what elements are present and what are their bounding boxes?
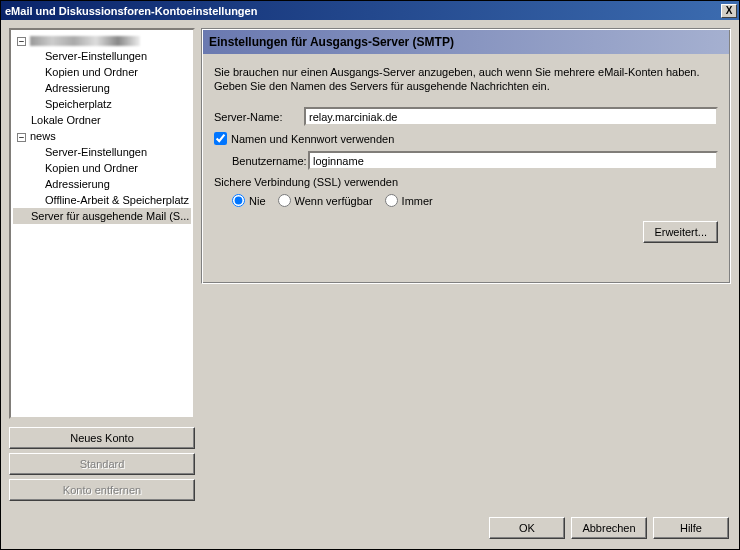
panel-body: Sie brauchen nur einen Ausgangs-Server a… [202,55,730,253]
window-title: eMail und Diskussionsforen-Kontoeinstell… [3,5,721,17]
username-label: Benutzername: [214,155,308,167]
server-name-input[interactable] [304,107,718,126]
sidebar-buttons: Neues Konto Standard Konto entfernen [9,427,195,501]
remove-account-button: Konto entfernen [9,479,195,501]
tree-addressing-1[interactable]: Adressierung [13,80,191,96]
tree-copies-folders-2[interactable]: Kopien und Ordner [13,160,191,176]
tree-account-1[interactable]: − [13,32,191,48]
account-tree[interactable]: − Server-Einstellungen Kopien und Ordner… [9,28,195,419]
close-button[interactable]: X [721,4,737,18]
ssl-never-option[interactable]: Nie [232,194,266,207]
tree-addressing-2[interactable]: Adressierung [13,176,191,192]
dialog-footer: OK Abbrechen Hilfe [1,509,739,549]
ssl-always-radio[interactable] [385,194,398,207]
ssl-when-available-radio[interactable] [278,194,291,207]
ok-button[interactable]: OK [489,517,565,539]
default-button: Standard [9,453,195,475]
tree-news-account[interactable]: −news [13,128,191,144]
server-name-row: Server-Name: [214,107,718,126]
username-row: Benutzername: [214,151,718,170]
ssl-radio-group: Nie Wenn verfügbar Immer [214,194,718,207]
collapse-icon[interactable]: − [17,37,26,46]
ssl-when-available-option[interactable]: Wenn verfügbar [278,194,373,207]
tree-server-settings-2[interactable]: Server-Einstellungen [13,144,191,160]
news-label: news [30,130,56,142]
use-auth-checkbox[interactable] [214,132,227,145]
panel-description: Sie brauchen nur einen Ausgangs-Server a… [214,65,718,93]
tree-server-settings-1[interactable]: Server-Einstellungen [13,48,191,64]
help-button[interactable]: Hilfe [653,517,729,539]
ssl-always-option[interactable]: Immer [385,194,433,207]
use-auth-label: Namen und Kennwort verwenden [231,133,394,145]
close-icon: X [726,5,733,16]
cancel-button[interactable]: Abbrechen [571,517,647,539]
left-panel: − Server-Einstellungen Kopien und Ordner… [9,28,195,501]
tree-disk-space-1[interactable]: Speicherplatz [13,96,191,112]
advanced-button[interactable]: Erweitert... [643,221,718,243]
username-input[interactable] [308,151,718,170]
new-account-button[interactable]: Neues Konto [9,427,195,449]
collapse-icon[interactable]: − [17,133,26,142]
account-name-blurred [30,36,140,46]
advanced-row: Erweitert... [214,221,718,243]
smtp-groupbox: Einstellungen für Ausgangs-Server (SMTP)… [201,28,731,284]
tree-offline[interactable]: Offline-Arbeit & Speicherplatz [13,192,191,208]
tree-outgoing-smtp[interactable]: Server für ausgehende Mail (S... [13,208,191,224]
ssl-label: Sichere Verbindung (SSL) verwenden [214,176,718,188]
server-name-label: Server-Name: [214,111,304,123]
use-auth-row: Namen und Kennwort verwenden [214,132,718,145]
ssl-never-radio[interactable] [232,194,245,207]
right-panel: Einstellungen für Ausgangs-Server (SMTP)… [201,28,731,501]
tree-local-folders[interactable]: Lokale Ordner [13,112,191,128]
tree-copies-folders-1[interactable]: Kopien und Ordner [13,64,191,80]
content-area: − Server-Einstellungen Kopien und Ordner… [1,20,739,509]
titlebar: eMail und Diskussionsforen-Kontoeinstell… [1,1,739,20]
settings-window: eMail und Diskussionsforen-Kontoeinstell… [0,0,740,550]
panel-heading: Einstellungen für Ausgangs-Server (SMTP) [203,30,729,54]
